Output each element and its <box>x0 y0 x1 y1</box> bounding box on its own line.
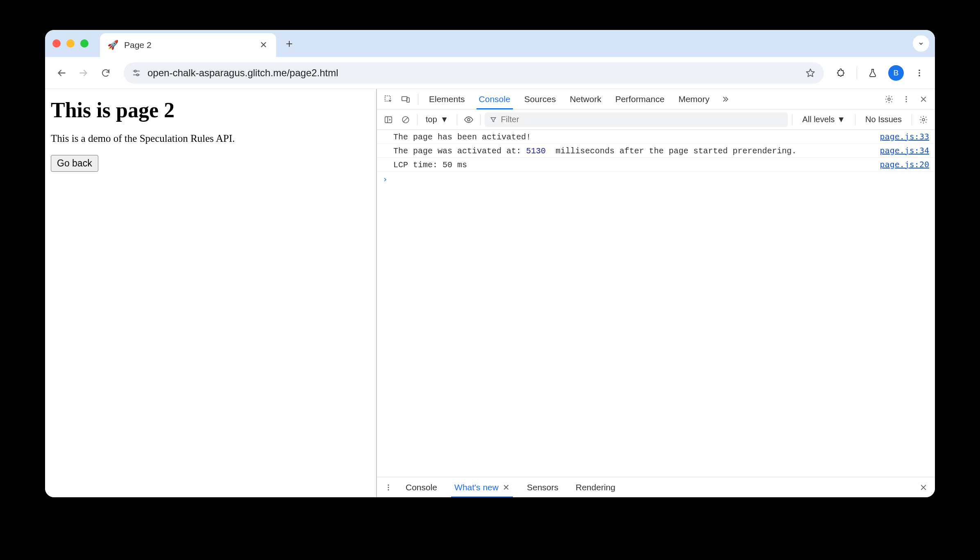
toolbar-separator <box>457 114 457 125</box>
toolbar-separator <box>417 114 417 125</box>
three-dots-vertical-icon <box>915 68 924 77</box>
back-button[interactable] <box>52 64 70 82</box>
inspect-element-button[interactable] <box>381 92 396 107</box>
svg-rect-6 <box>402 96 407 100</box>
three-dots-vertical-icon <box>902 95 910 103</box>
arrow-right-icon <box>78 68 89 78</box>
drawer-tab-label: What's new <box>454 483 499 492</box>
console-message: The page was activated at: 5130 millisec… <box>393 146 873 156</box>
drawer-tab-close-icon[interactable]: ✕ <box>503 483 510 492</box>
reload-button[interactable] <box>97 64 115 82</box>
svg-point-11 <box>905 101 907 102</box>
live-expression-button[interactable] <box>461 112 476 127</box>
svg-point-20 <box>388 489 389 490</box>
console-row: LCP time: 50 mspage.js:20 <box>377 158 935 172</box>
console-message: The page has been activated! <box>393 132 873 142</box>
flask-icon <box>868 68 878 78</box>
console-source-link[interactable]: page.js:34 <box>880 146 929 155</box>
drawer-tab-label: Console <box>406 483 437 492</box>
sidebar-icon <box>384 115 393 124</box>
site-info-icon[interactable] <box>132 68 141 77</box>
toolbar-separator <box>912 114 912 125</box>
drawer-menu-button[interactable] <box>381 480 396 495</box>
chrome-menu-button[interactable] <box>911 65 928 81</box>
clear-console-button[interactable] <box>398 112 413 127</box>
devtools-drawer: Console What's new ✕ Sensors Rendering <box>377 477 935 497</box>
drawer-tab-console[interactable]: Console <box>398 477 445 497</box>
reload-icon <box>101 68 111 78</box>
three-dots-vertical-icon <box>384 483 392 492</box>
window-close-button[interactable] <box>52 39 61 48</box>
console-prompt[interactable]: › <box>377 172 935 187</box>
gear-icon <box>919 115 928 124</box>
svg-point-2 <box>919 69 920 71</box>
context-label: top <box>426 115 437 124</box>
window-minimize-button[interactable] <box>66 39 75 48</box>
arrow-left-icon <box>56 68 67 78</box>
devtools-tab-separator <box>418 93 418 105</box>
toggle-sidebar-button[interactable] <box>381 112 396 127</box>
svg-point-3 <box>919 72 920 74</box>
context-selector[interactable]: top ▼ <box>422 115 453 124</box>
bookmark-button[interactable] <box>805 68 816 78</box>
filter-input[interactable] <box>501 115 783 124</box>
extensions-button[interactable] <box>833 65 849 81</box>
svg-point-8 <box>888 98 890 100</box>
chevrons-right-icon <box>721 95 730 104</box>
toolbar-divider <box>857 67 857 79</box>
browser-tab[interactable]: 🚀 Page 2 ✕ <box>100 33 276 57</box>
drawer-tab-whats-new[interactable]: What's new ✕ <box>447 477 517 497</box>
device-toolbar-button[interactable] <box>398 92 413 107</box>
inspect-icon <box>384 95 393 104</box>
tab-title: Page 2 <box>124 40 258 50</box>
toolbar-separator <box>855 114 855 125</box>
svg-point-1 <box>136 74 138 76</box>
puzzle-icon <box>836 68 846 78</box>
devtools-close-button[interactable] <box>916 92 931 107</box>
omnibox[interactable]: open-chalk-asparagus.glitch.me/page2.htm… <box>124 62 824 84</box>
new-tab-button[interactable]: ＋ <box>280 34 298 52</box>
close-icon <box>919 95 928 103</box>
page-heading: This is page 2 <box>51 98 370 122</box>
devtools-tab-bar: Elements Console Sources Network Perform… <box>377 89 935 109</box>
console-source-link[interactable]: page.js:33 <box>880 132 929 141</box>
console-output[interactable]: The page has been activated!page.js:33Th… <box>377 130 935 477</box>
more-tabs-button[interactable] <box>718 92 733 107</box>
svg-point-18 <box>388 484 389 485</box>
devices-icon <box>401 95 411 104</box>
log-levels-selector[interactable]: All levels ▼ <box>796 115 851 124</box>
eye-icon <box>464 115 474 125</box>
tab-close-icon[interactable]: ✕ <box>258 39 269 51</box>
console-message: LCP time: 50 ms <box>393 160 873 170</box>
tab-sources[interactable]: Sources <box>519 89 562 109</box>
avatar-initial: B <box>894 68 899 77</box>
drawer-tab-sensors[interactable]: Sensors <box>519 477 566 497</box>
tab-network[interactable]: Network <box>564 89 607 109</box>
console-source-link[interactable]: page.js:20 <box>880 159 929 169</box>
svg-point-0 <box>134 70 136 72</box>
drawer-close-button[interactable] <box>916 480 931 495</box>
tab-elements[interactable]: Elements <box>423 89 471 109</box>
page-paragraph: This is a demo of the Speculation Rules … <box>51 133 370 144</box>
tab-label: Network <box>570 94 601 104</box>
drawer-tab-rendering[interactable]: Rendering <box>568 477 623 497</box>
devtools-settings-button[interactable] <box>882 92 896 107</box>
tab-label: Performance <box>615 94 665 104</box>
filter-box[interactable] <box>485 112 788 127</box>
tab-memory[interactable]: Memory <box>673 89 715 109</box>
tab-console[interactable]: Console <box>473 89 516 109</box>
tab-performance[interactable]: Performance <box>610 89 670 109</box>
profile-avatar[interactable]: B <box>888 65 904 81</box>
toolbar-separator <box>480 114 481 125</box>
svg-point-19 <box>388 487 389 488</box>
tabs-dropdown-button[interactable] <box>913 35 929 52</box>
window-maximize-button[interactable] <box>80 39 88 48</box>
devtools-menu-button[interactable] <box>899 92 914 107</box>
gear-icon <box>885 95 894 104</box>
close-icon <box>919 483 928 492</box>
go-back-button[interactable]: Go back <box>51 155 98 172</box>
forward-button[interactable] <box>75 64 93 82</box>
labs-button[interactable] <box>864 65 881 81</box>
svg-point-4 <box>919 75 920 76</box>
console-settings-button[interactable] <box>916 112 931 127</box>
